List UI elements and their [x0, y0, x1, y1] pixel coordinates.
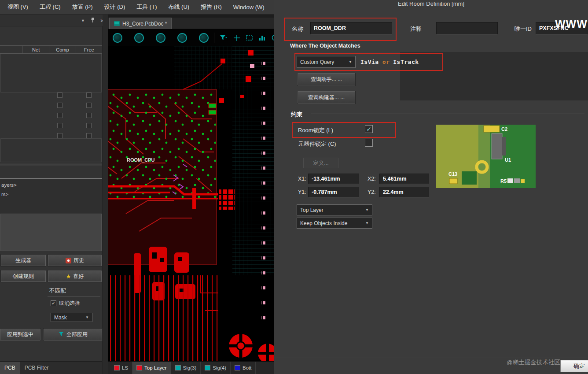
document-tab[interactable]: H3_Core.PcbDoc *	[109, 18, 172, 29]
room-preview-image: C2 U1 C13 R5	[436, 125, 536, 188]
x1-input[interactable]	[308, 174, 359, 184]
layer-tab-label: Sig(3)	[183, 365, 197, 370]
layer-tab-bar: LS Top Layer Sig(3) Sig(4) Bott	[108, 361, 274, 374]
net-class-list[interactable]	[0, 54, 102, 93]
room-lock-checkbox[interactable]: ✓	[365, 125, 373, 133]
chevron-down-icon: ▼	[365, 221, 369, 225]
list-checkbox[interactable]	[86, 113, 92, 118]
pcb-editor: H3_Core.PcbDoc *	[108, 15, 274, 374]
crosshair-icon[interactable]	[234, 35, 240, 41]
define-button[interactable]: 定义...	[303, 158, 338, 168]
tab-pcb-filter[interactable]: PCB Filter	[20, 362, 54, 374]
menu-design[interactable]: 设计 (D)	[99, 1, 131, 13]
query-term: IsTrack	[393, 59, 419, 65]
tab-net[interactable]: Net	[23, 46, 49, 53]
favorites-button[interactable]: ★ 喜好	[48, 270, 102, 282]
query-type-dropdown[interactable]: Custom Query ▼	[297, 56, 356, 68]
ok-button-label: 确定	[573, 362, 585, 370]
layers-list-item[interactable]: rs>	[1, 190, 101, 199]
layer-tab-sig3[interactable]: Sig(3)	[171, 362, 201, 374]
history-button[interactable]: 历史	[48, 255, 102, 266]
menu-window[interactable]: Window (W)	[228, 2, 270, 13]
toolbar-indicator[interactable]	[177, 33, 187, 43]
layers-list[interactable]: ayers> rs>	[0, 178, 102, 213]
watermark-community: @稀土掘金技术社区	[507, 359, 560, 367]
histogram-icon[interactable]	[259, 35, 265, 41]
query-builder-button[interactable]: 查询构建器... ...	[298, 91, 355, 104]
generator-button-label: 生成器	[15, 257, 31, 264]
toolbar-indicator[interactable]	[134, 33, 144, 43]
menu-place[interactable]: 放置 (P)	[66, 1, 99, 13]
ok-button[interactable]: 确定	[560, 360, 588, 372]
mask-dropdown[interactable]: Mask ▼	[51, 313, 92, 322]
list-checkbox[interactable]	[86, 93, 92, 98]
menu-project[interactable]: 工程 (C)	[34, 1, 66, 13]
deselect-checkbox[interactable]: ✓	[51, 300, 56, 306]
divider	[274, 358, 588, 358]
mask-dropdown-value: Mask	[54, 315, 67, 321]
containment-dropdown-value: Keep Objects Inside	[300, 220, 347, 226]
tab-pcb[interactable]: PCB	[0, 362, 20, 374]
layer-tab-ls[interactable]: LS	[110, 362, 132, 374]
apply-all-button[interactable]: 全部应用	[44, 329, 102, 341]
list-checkbox[interactable]	[57, 93, 62, 98]
list-checkbox[interactable]	[57, 123, 62, 128]
name-input[interactable]	[310, 22, 392, 34]
layer-tab-sig4[interactable]: Sig(4)	[201, 362, 231, 374]
tab-free[interactable]: Free	[76, 46, 102, 53]
component-lock-checkbox[interactable]	[365, 139, 373, 147]
toolbar-separator	[214, 33, 214, 43]
query-expression[interactable]: IsVia or IsTrack	[360, 59, 419, 65]
watermark-www: WWW	[555, 18, 588, 30]
preview-label-c13: C13	[448, 171, 457, 177]
selection-box-icon[interactable]	[246, 35, 253, 41]
deselect-option[interactable]: ✓ 取消选择	[51, 300, 80, 307]
list-checkbox[interactable]	[86, 103, 92, 108]
document-tab-strip: H3_Core.PcbDoc *	[108, 18, 274, 29]
x2-label: X2:	[368, 176, 376, 182]
component-list[interactable]	[0, 138, 102, 162]
layer-tab-bottom[interactable]: Bott	[231, 362, 256, 374]
chevron-down-icon: ▼	[85, 315, 89, 319]
toolbar-indicator[interactable]	[199, 33, 209, 43]
menu-reports[interactable]: 报告 (R)	[195, 1, 228, 13]
vertical-splitter[interactable]	[103, 15, 108, 374]
create-rule-button[interactable]: 创建规则	[1, 270, 46, 282]
list-checkbox[interactable]	[86, 123, 92, 128]
layer-tab-top-layer[interactable]: Top Layer	[132, 362, 171, 374]
column-spacer	[0, 46, 23, 53]
edit-room-definition-dialog: Edit Room Definition [mm] 名称 注释 唯一ID WWW…	[274, 0, 588, 374]
menu-view[interactable]: 视图 (V)	[2, 1, 34, 13]
toolbar-indicator[interactable]	[156, 33, 165, 43]
comment-input[interactable]	[436, 22, 498, 34]
pin-icon[interactable]	[90, 17, 95, 25]
filter-icon[interactable]	[220, 35, 228, 41]
list-checkbox[interactable]	[57, 103, 62, 108]
menu-tools[interactable]: 工具 (T)	[131, 1, 162, 13]
list-checkbox[interactable]	[86, 133, 92, 138]
layer-dropdown-value: Top Layer	[300, 207, 323, 213]
layer-dropdown[interactable]: Top Layer ▼	[297, 204, 372, 215]
layers-list-item[interactable]: ayers>	[1, 181, 101, 190]
y2-input[interactable]	[379, 187, 429, 197]
layer-color-swatch	[114, 365, 120, 370]
apply-selected-button[interactable]: 应用到选中	[0, 329, 40, 341]
generator-button[interactable]: 生成器	[1, 255, 46, 266]
pcb-canvas[interactable]: ROOM_CPU	[108, 46, 274, 361]
history-button-label: 历史	[74, 257, 84, 264]
list-checkbox[interactable]	[57, 113, 62, 118]
query-helper-button[interactable]: 查询助手... ...	[298, 73, 355, 85]
tab-comp[interactable]: Comp	[49, 46, 76, 53]
toolbar-indicator[interactable]	[113, 33, 122, 43]
layer-color-swatch	[136, 365, 142, 370]
y1-input[interactable]	[308, 187, 359, 197]
containment-dropdown[interactable]: Keep Objects Inside ▼	[297, 218, 372, 229]
y2-label: Y2:	[368, 189, 376, 195]
menu-route[interactable]: 布线 (U)	[162, 1, 195, 13]
panel-dropdown-icon[interactable]: ▼	[81, 19, 85, 23]
app-root: 视图 (V) 工程 (C) 放置 (P) 设计 (D) 工具 (T) 布线 (U…	[0, 0, 588, 374]
list-checkbox[interactable]	[57, 133, 62, 138]
x2-input[interactable]	[379, 174, 429, 184]
panel-splitter[interactable]	[0, 163, 102, 166]
chevron-down-icon: ▼	[349, 60, 352, 64]
